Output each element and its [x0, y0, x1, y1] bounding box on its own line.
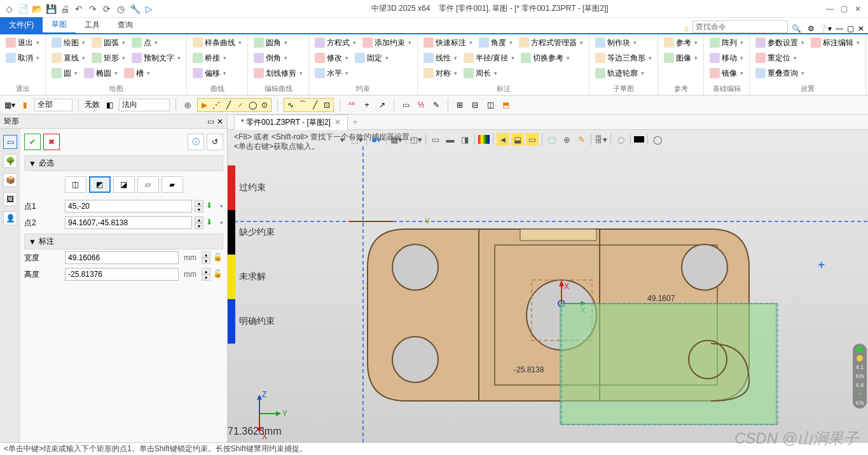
abc-icon[interactable]: ᴬᴮ	[346, 99, 357, 111]
ribbon-item[interactable]: 桥接▾	[191, 52, 228, 64]
searchgo-icon[interactable]: 🔍	[792, 24, 801, 33]
tab-query[interactable]: 查询	[109, 17, 142, 33]
lock1-icon[interactable]: 🔓	[213, 253, 223, 263]
minimize-icon[interactable]: —	[825, 4, 835, 14]
ribbon-item[interactable]: 重叠查询▾	[754, 67, 806, 80]
ct-black-icon[interactable]	[634, 136, 644, 143]
ribbon-item[interactable]: 切换参考▾	[519, 52, 572, 64]
ribbon-item[interactable]: 绘图▾	[50, 37, 87, 49]
ribbon-item[interactable]: 重定位▾	[754, 52, 799, 64]
ribbon-item[interactable]: 镜像▾	[708, 67, 745, 80]
ct-box-icon[interactable]: ⬚	[546, 133, 558, 146]
ribbon-item[interactable]: 参考▾	[662, 37, 699, 49]
ct-db-icon[interactable]: 🗄▾	[595, 133, 607, 146]
tab-sketch[interactable]: 草图	[43, 17, 76, 34]
g1-icon[interactable]: ⋰	[210, 99, 222, 111]
ct-layer-icon[interactable]: ◫▾	[410, 133, 422, 146]
filter-icon[interactable]: ▦▾	[4, 99, 15, 111]
width-input[interactable]	[65, 251, 179, 264]
m2-icon[interactable]: ⊟	[469, 99, 481, 111]
ribbon-item[interactable]: 快速标注▾	[422, 37, 474, 49]
ct-sync-icon[interactable]: ◯	[651, 133, 664, 146]
ribbon-item[interactable]: 圆角▾	[252, 37, 289, 49]
ribbon-item[interactable]: 图像▾	[662, 52, 699, 64]
ribbon-item[interactable]: 圆弧▾	[90, 37, 127, 49]
tab-tools[interactable]: 工具	[76, 17, 109, 33]
g2-icon[interactable]: ╱	[223, 99, 234, 111]
g3-icon[interactable]: ⟋	[235, 99, 246, 111]
ribbon-item[interactable]: 移动▾	[708, 52, 745, 64]
new-tab-icon[interactable]: +	[353, 118, 357, 127]
m1-icon[interactable]: ⊞	[454, 99, 465, 111]
g4-icon[interactable]: ◯	[247, 99, 258, 111]
c4-icon[interactable]: ⊡	[321, 99, 333, 111]
c2-icon[interactable]: ⌒	[297, 99, 308, 111]
ct-grid-icon[interactable]: ▦▾	[390, 133, 403, 146]
ribbon-item[interactable]: 样条曲线▾	[191, 37, 244, 49]
sidestrip-cube-icon[interactable]: 📦	[3, 173, 17, 187]
play-icon[interactable]: ▷	[142, 3, 155, 15]
ribbon-item[interactable]: 参数设置▾	[754, 37, 806, 49]
c1-icon[interactable]: ∿	[285, 99, 296, 111]
reset-icon[interactable]: ↺	[207, 134, 223, 150]
ok-button[interactable]: ✔	[24, 134, 41, 150]
redo-icon[interactable]: ↷	[86, 3, 99, 15]
close2-icon[interactable]: ✕	[858, 24, 864, 33]
undo-icon[interactable]: ↶	[72, 3, 85, 15]
point2-input[interactable]	[65, 216, 192, 229]
ct-pen-icon[interactable]: ✎	[575, 133, 588, 146]
info-icon[interactable]: ⓘ	[188, 134, 204, 150]
ribbon-item[interactable]: 槽▾	[122, 67, 152, 80]
min2-icon[interactable]: —	[836, 24, 843, 33]
height-input[interactable]	[65, 268, 179, 281]
plus-icon[interactable]: +	[361, 99, 373, 111]
rect-mode-2[interactable]: ◩	[89, 176, 111, 193]
home-icon[interactable]: ⌂	[684, 24, 689, 33]
arrow-icon[interactable]: ↗	[376, 99, 388, 111]
config-icon[interactable]: 🔧	[128, 3, 141, 15]
rect-mode-3[interactable]: ◪	[113, 176, 135, 193]
maximize-icon[interactable]: ▢	[839, 4, 849, 14]
section-dimension[interactable]: ▼ 标注	[24, 234, 223, 249]
ribbon-item[interactable]: 修改▾	[313, 52, 350, 64]
open-icon[interactable]: 📂	[31, 3, 43, 15]
palette-icon[interactable]: ▮	[19, 99, 31, 111]
ribbon-item[interactable]: 矩形▾	[90, 52, 127, 64]
ribbon-item[interactable]: 半径/直径▾	[462, 52, 516, 64]
lock2-icon[interactable]: 🔓	[213, 269, 223, 279]
ribbon-item[interactable]: 等边三角形▾	[593, 52, 654, 64]
ribbon-item[interactable]: 方程式▾	[313, 37, 358, 49]
ribbon-item[interactable]: 线性▾	[422, 52, 459, 64]
new-icon[interactable]: 📄	[17, 3, 29, 15]
play2-icon[interactable]: ▶	[198, 99, 210, 111]
ribbon-item[interactable]: 轨迹轮廓▾	[593, 67, 646, 80]
section-required[interactable]: ▼ 必选	[24, 155, 223, 171]
ribbon-item[interactable]: 制作块▾	[593, 37, 638, 49]
sidestrip-user-icon[interactable]: 👤	[3, 211, 17, 225]
help-icon[interactable]: ❔▾	[818, 24, 832, 33]
record-icon[interactable]: ◎	[182, 99, 193, 111]
direction-combo[interactable]	[119, 99, 170, 111]
ribbon-item[interactable]: 阵列▾	[708, 37, 745, 49]
document-tab[interactable]: * 零件001.Z3PRT - [草图2]✕	[234, 115, 348, 130]
r2-icon[interactable]: ½	[415, 99, 427, 111]
ribbon-item[interactable]: 退出▾	[4, 37, 41, 49]
ribbon-item[interactable]: 预制文字▾	[130, 52, 183, 64]
m4-icon[interactable]: ⬒	[500, 99, 511, 111]
tab-close-icon[interactable]: ✕	[334, 118, 341, 127]
ct-view-icon[interactable]: ▾	[336, 133, 348, 146]
file-menu[interactable]: 文件(F)	[0, 17, 43, 33]
ct-b3-icon[interactable]: ◨	[458, 133, 471, 146]
r3-icon[interactable]: ✎	[431, 99, 442, 111]
save-icon[interactable]: 💾	[45, 3, 57, 15]
ribbon-item[interactable]: 方程式管理器▾	[517, 37, 585, 49]
ribbon-item[interactable]: 直线▾	[50, 52, 87, 64]
rect-mode-5[interactable]: ▰	[162, 176, 183, 193]
m3-icon[interactable]: ◫	[485, 99, 496, 111]
ribbon-item[interactable]: 标注编辑▾	[809, 37, 862, 49]
ribbon-item[interactable]: 周长▾	[462, 67, 499, 80]
ribbon-item[interactable]: 倒角▾	[252, 52, 289, 64]
drawing-canvas[interactable]: * 零件001.Z3PRT - [草图2]✕ + ▾ ⬚▾ ■▾ ▦▾ ◫▾ ▭…	[228, 115, 868, 442]
sidestrip-tree-icon[interactable]: 🌳	[3, 154, 17, 168]
ct-y1-icon[interactable]: ◄	[497, 133, 509, 146]
